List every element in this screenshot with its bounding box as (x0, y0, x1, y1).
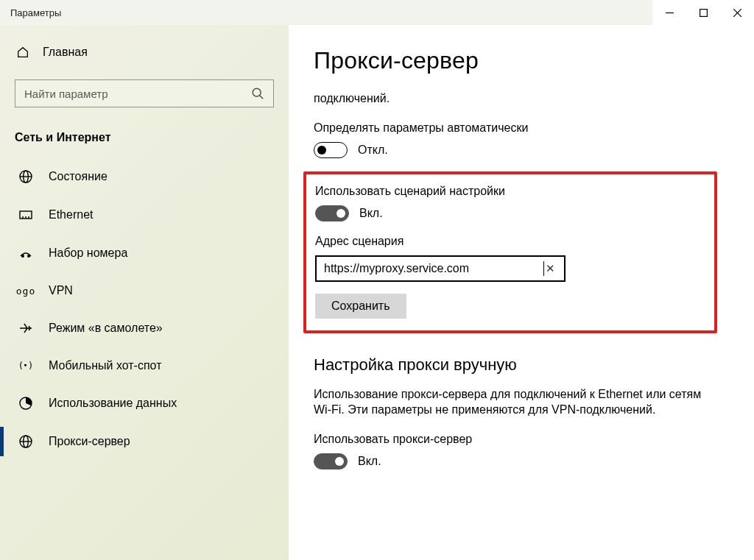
minimize-icon (666, 9, 674, 17)
minimize-button[interactable] (652, 0, 686, 25)
sidebar-item-vpn[interactable]: ogo VPN (0, 272, 289, 309)
highlighted-section: Использовать сценарий настройки Вкл. Адр… (303, 171, 717, 333)
sidebar-item-label: Режим «в самолете» (49, 322, 163, 335)
sidebar-item-label: Состояние (49, 170, 108, 183)
use-proxy-toggle[interactable] (314, 453, 348, 469)
close-icon (733, 9, 741, 17)
window-title: Параметры (10, 7, 61, 18)
use-proxy-label: Использовать прокси-сервер (314, 433, 704, 446)
sidebar-item-label: VPN (49, 284, 73, 297)
page-title: Прокси-сервер (314, 47, 704, 74)
globe-icon (18, 434, 34, 449)
airplane-icon (18, 321, 34, 336)
svg-line-5 (260, 96, 264, 99)
home-icon (16, 46, 29, 59)
sidebar-item-status[interactable]: Состояние (0, 157, 289, 196)
sidebar-item-label: Использование данных (49, 397, 177, 410)
sidebar-item-ethernet[interactable]: Ethernet (0, 196, 289, 234)
use-script-toggle[interactable] (315, 205, 349, 221)
search-input[interactable]: Найти параметр (15, 79, 274, 107)
sidebar-item-label: Мобильный хот-спот (49, 359, 161, 372)
ethernet-icon (18, 208, 34, 222)
globe-icon (18, 169, 34, 184)
script-address-value: https://myproxy.service.com (324, 262, 543, 275)
save-button-label: Сохранить (331, 300, 390, 312)
data-usage-icon (18, 396, 34, 411)
sidebar: Главная Найти параметр Сеть и Интернет С… (0, 25, 289, 560)
search-placeholder: Найти параметр (24, 88, 251, 100)
window-controls (652, 0, 754, 25)
auto-detect-label: Определять параметры автоматически (314, 121, 704, 135)
clear-input-button[interactable]: ✕ (544, 262, 557, 275)
hotspot-icon: (ꞏ) (18, 361, 34, 371)
manual-description: Использование прокси-сервера для подключ… (314, 386, 704, 418)
auto-detect-state: Откл. (358, 143, 388, 157)
svg-point-4 (253, 88, 261, 96)
manual-heading: Настройка прокси вручную (314, 355, 704, 375)
use-script-state: Вкл. (359, 207, 383, 220)
truncated-text: подключений. (314, 91, 704, 107)
content-pane: Прокси-сервер подключений. Определять па… (289, 25, 754, 560)
home-link[interactable]: Главная (0, 40, 289, 72)
sidebar-category: Сеть и Интернет (0, 125, 289, 157)
titlebar: Параметры (0, 0, 754, 25)
home-label: Главная (43, 46, 88, 59)
save-button[interactable]: Сохранить (315, 294, 406, 319)
vpn-icon: ogo (18, 286, 34, 297)
svg-point-13 (22, 255, 24, 258)
maximize-button[interactable] (686, 0, 720, 25)
script-address-label: Адрес сценария (315, 235, 702, 248)
sidebar-item-label: Ethernet (49, 208, 93, 221)
svg-rect-1 (700, 9, 707, 16)
svg-point-14 (28, 255, 30, 258)
use-proxy-state: Вкл. (358, 455, 381, 468)
sidebar-item-dialup[interactable]: Набор номера (0, 234, 289, 272)
sidebar-item-hotspot[interactable]: (ꞏ) Мобильный хот-спот (0, 347, 289, 384)
sidebar-item-label: Прокси-сервер (49, 435, 130, 448)
script-address-input[interactable]: https://myproxy.service.com ✕ (315, 255, 566, 282)
dialup-icon (18, 246, 34, 260)
sidebar-item-label: Набор номера (49, 247, 127, 260)
sidebar-item-proxy[interactable]: Прокси-сервер (0, 422, 289, 461)
sidebar-item-airplane[interactable]: Режим «в самолете» (0, 309, 289, 347)
maximize-icon (700, 9, 708, 17)
use-script-label: Использовать сценарий настройки (315, 185, 702, 198)
search-icon (251, 87, 264, 100)
sidebar-item-datausage[interactable]: Использование данных (0, 384, 289, 422)
auto-detect-toggle[interactable] (314, 142, 348, 158)
close-button[interactable] (720, 0, 754, 25)
sidebar-nav: Состояние Ethernet Набор номера ogo VPN (0, 157, 289, 461)
